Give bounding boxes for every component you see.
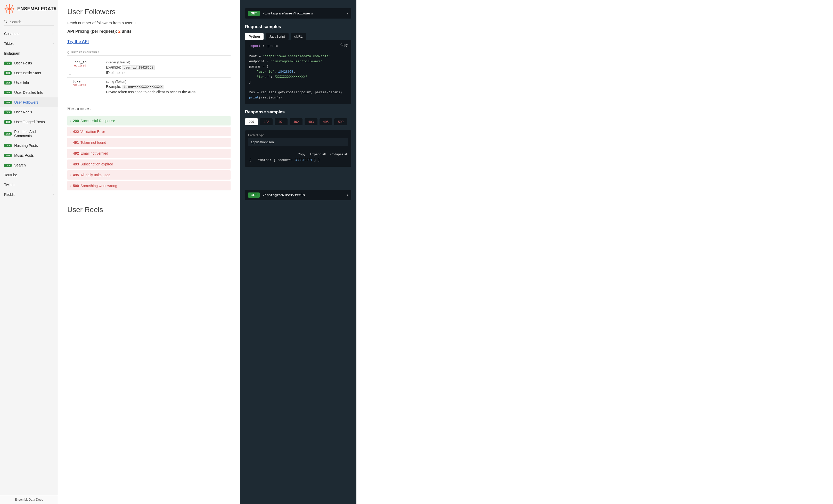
nav-item[interactable]: GETUser Detailed Info bbox=[0, 87, 58, 97]
logo[interactable]: ENSEMBLEDATA bbox=[0, 0, 58, 18]
method-pill: GET bbox=[4, 110, 11, 114]
chevron-right-icon: › bbox=[70, 119, 71, 122]
nav-item[interactable]: GETPost Info And Comments bbox=[0, 127, 58, 141]
response-row-422[interactable]: ›422 Validation Error bbox=[67, 127, 231, 136]
nav-item[interactable]: GETSearch bbox=[0, 160, 58, 170]
pricing-unit: units bbox=[120, 29, 132, 33]
nav-item-label: User Reels bbox=[14, 110, 32, 114]
chevron-right-icon: › bbox=[70, 184, 71, 187]
nav-group-customer[interactable]: Customer› bbox=[0, 29, 58, 39]
response-code: 495 bbox=[73, 173, 79, 177]
chevron-down-icon: ▾ bbox=[347, 193, 348, 197]
nav-group-tiktok[interactable]: Tiktok› bbox=[0, 39, 58, 48]
response-row-495[interactable]: ›495 All daily units used bbox=[67, 170, 231, 180]
response-tab-493[interactable]: 493 bbox=[305, 118, 317, 125]
response-row-491[interactable]: ›491 Token not found bbox=[67, 138, 231, 147]
param-row: user_idrequiredinteger (User Id)Example:… bbox=[67, 58, 231, 78]
nav-item[interactable]: GETUser Reels bbox=[0, 107, 58, 117]
try-api-link[interactable]: Try the API bbox=[67, 40, 231, 44]
nav-item-label: Hashtag Posts bbox=[14, 144, 38, 148]
nav-item[interactable]: GETMusic Posts bbox=[0, 150, 58, 160]
copy-button[interactable]: Copy bbox=[340, 43, 348, 47]
svg-point-11 bbox=[12, 5, 13, 6]
endpoint-bar[interactable]: GET /instagram/user/followers ▾ bbox=[245, 8, 351, 19]
nav-group-instagram[interactable]: Instagram⌄ bbox=[0, 48, 58, 58]
search-icon bbox=[4, 20, 7, 24]
search-input[interactable] bbox=[4, 18, 54, 26]
footer-link[interactable]: EnsembleData Docs bbox=[0, 495, 58, 504]
method-pill: GET bbox=[4, 81, 11, 84]
tab-javascript[interactable]: JavaScript bbox=[266, 33, 289, 40]
chevron-right-icon: › bbox=[53, 173, 54, 177]
svg-point-9 bbox=[6, 5, 7, 6]
collapse-toggle-icon[interactable]: - bbox=[253, 158, 256, 163]
method-pill: GET bbox=[4, 154, 11, 157]
svg-point-13 bbox=[6, 11, 7, 12]
chevron-right-icon: › bbox=[53, 193, 54, 196]
content-type-label: Content type bbox=[248, 133, 348, 136]
param-example: Example: token=XXXXXXXXXXXXXXX bbox=[106, 84, 231, 89]
response-tab-422[interactable]: 422 bbox=[260, 118, 273, 125]
chevron-right-icon: › bbox=[70, 173, 71, 177]
nav-item[interactable]: GETHashtag Posts bbox=[0, 141, 58, 150]
responses-header: Responses bbox=[67, 106, 231, 111]
request-samples-header: Request samples bbox=[245, 24, 351, 29]
param-required: required bbox=[72, 64, 106, 67]
nav-item-label: Search bbox=[14, 163, 26, 167]
nav-item[interactable]: GETUser Followers bbox=[0, 97, 58, 107]
svg-point-1 bbox=[9, 4, 10, 5]
response-samples-header: Response samples bbox=[245, 109, 351, 115]
svg-point-7 bbox=[13, 8, 14, 9]
param-example: Example: user_id=18428658 bbox=[106, 65, 231, 70]
response-msg: Subscription expired bbox=[80, 162, 113, 166]
response-tab-495[interactable]: 495 bbox=[319, 118, 332, 125]
nav-item[interactable]: GETUser Tagged Posts bbox=[0, 117, 58, 127]
response-msg: Email not verified bbox=[80, 151, 108, 155]
json-expand-button[interactable]: Expand all bbox=[310, 152, 326, 156]
next-section-title: User Reels bbox=[67, 206, 231, 214]
chevron-right-icon: › bbox=[53, 32, 54, 35]
param-name: user_id bbox=[72, 60, 106, 64]
nav-item-label: User Posts bbox=[14, 61, 32, 65]
endpoint-path: /instagram/user/reels bbox=[263, 193, 343, 197]
tab-python[interactable]: Python bbox=[245, 33, 264, 40]
svg-line-18 bbox=[6, 22, 7, 23]
nav-item[interactable]: GETUser Basic Stats bbox=[0, 68, 58, 78]
nav-item[interactable]: GETUser Posts bbox=[0, 58, 58, 68]
response-code: 200 bbox=[73, 119, 79, 123]
nav-group-youtube[interactable]: Youtube› bbox=[0, 170, 58, 180]
sidebar: ENSEMBLEDATA Customer›Tiktok›Instagram⌄G… bbox=[0, 0, 58, 504]
response-code: 500 bbox=[73, 184, 79, 188]
tab-curl[interactable]: cURL bbox=[291, 33, 306, 40]
response-code: 492 bbox=[73, 151, 79, 155]
nav-item[interactable]: GETUser Info bbox=[0, 78, 58, 87]
response-row-493[interactable]: ›493 Subscription expired bbox=[67, 159, 231, 169]
json-actions: Copy Expand all Collapse all bbox=[245, 149, 351, 156]
content-type-box: Content type application/json bbox=[245, 130, 351, 149]
chevron-down-icon: ⌄ bbox=[51, 52, 54, 55]
response-tab-491[interactable]: 491 bbox=[275, 118, 288, 125]
nav-group-twitch[interactable]: Twitch› bbox=[0, 180, 58, 190]
json-collapse-button[interactable]: Collapse all bbox=[330, 152, 348, 156]
response-tab-200[interactable]: 200 bbox=[245, 118, 258, 125]
response-tab-492[interactable]: 492 bbox=[290, 118, 303, 125]
next-endpoint-bar[interactable]: GET /instagram/user/reels ▾ bbox=[245, 190, 351, 200]
response-row-500[interactable]: ›500 Something went wrong bbox=[67, 181, 231, 191]
json-response: { - "data": { "count": 333819001 } } bbox=[245, 156, 351, 167]
response-code: 493 bbox=[73, 162, 79, 166]
page-title: User Followers bbox=[67, 8, 231, 16]
response-row-200[interactable]: ›200 Successful Response bbox=[67, 116, 231, 125]
code-sample: Copyimport requests root = "https://www.… bbox=[245, 40, 351, 104]
method-pill: GET bbox=[4, 101, 11, 104]
method-pill: GET bbox=[4, 120, 11, 124]
response-tab-500[interactable]: 500 bbox=[334, 118, 347, 125]
content: User Followers Fetch number of followers… bbox=[58, 0, 240, 504]
json-copy-button[interactable]: Copy bbox=[298, 152, 305, 156]
nav-item-label: User Tagged Posts bbox=[14, 120, 45, 124]
nav-group-label: Twitch bbox=[4, 183, 15, 187]
svg-rect-12 bbox=[11, 6, 13, 8]
nav: Customer›Tiktok›Instagram⌄GETUser PostsG… bbox=[0, 27, 58, 495]
content-type-value: application/json bbox=[248, 138, 348, 146]
response-row-492[interactable]: ›492 Email not verified bbox=[67, 149, 231, 158]
nav-group-reddit[interactable]: Reddit› bbox=[0, 190, 58, 199]
